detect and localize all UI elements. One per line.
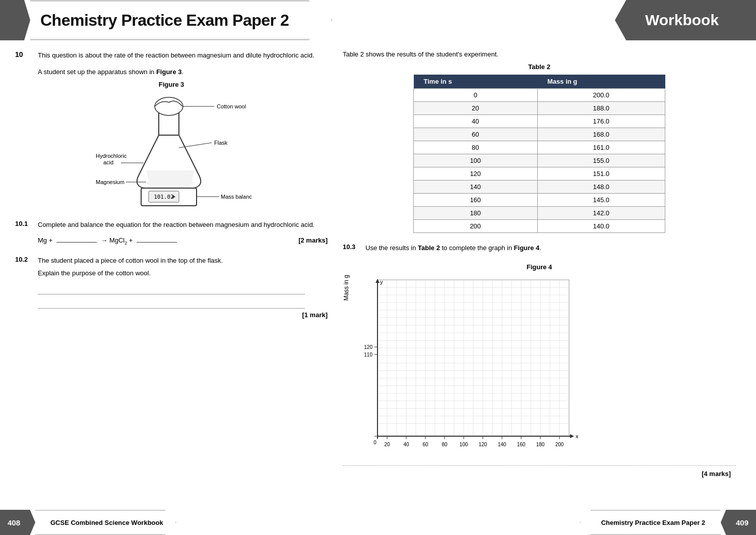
right-column: Table 2 shows the results of the student… — [343, 50, 736, 485]
sub-q-10-1-number: 10.1 — [15, 220, 33, 230]
sub-q-10-2-number: 10.2 — [15, 256, 33, 266]
sub-q-10-1-header: 10.1 Complete and balance the equation f… — [15, 220, 328, 230]
dotted-separator — [343, 465, 736, 466]
col-mass: Mass in g — [537, 75, 665, 89]
sub-question-10-3: 10.3 Use the results in Table 2 to compl… — [343, 243, 736, 253]
table-row: 80161.0 — [414, 141, 665, 154]
table-row: 180142.0 — [414, 207, 665, 220]
sub-q-10-1-text: Complete and balance the equation for th… — [38, 220, 314, 230]
table2-title: Table 2 — [343, 63, 736, 71]
table2: Time in s Mass in g 0200.020188.040176.0… — [413, 75, 665, 233]
table-row: 160145.0 — [414, 194, 665, 207]
table2-section: Table 2 Time in s Mass in g 0200.020188.… — [343, 63, 736, 233]
y-axis-label: Mass in g — [343, 275, 350, 331]
equation-area: Mg + → MgCl2 + [2 marks] — [38, 234, 328, 246]
eq-blank-1[interactable] — [56, 234, 97, 243]
svg-text:200: 200 — [555, 442, 564, 447]
table-cell-time: 80 — [414, 141, 538, 154]
svg-text:60: 60 — [422, 442, 428, 447]
table-row: 140148.0 — [414, 181, 665, 194]
svg-text:140: 140 — [498, 442, 507, 447]
hcl-label-2: acid — [103, 159, 113, 165]
table-cell-time: 60 — [414, 128, 538, 141]
flask-diagram: 101.02 Cotton wool Flask Hydrochloric ac… — [91, 92, 252, 208]
table-cell-mass: 145.0 — [537, 194, 665, 207]
flask-label: Flask — [214, 140, 228, 146]
marks-10-1: [2 marks] — [298, 236, 328, 244]
svg-text:80: 80 — [442, 442, 448, 447]
apparatus-text: A student set up the apparatus shown in … — [38, 68, 328, 76]
figure3-section: Figure 3 101.02 — [15, 81, 328, 210]
table-row: 100155.0 — [414, 154, 665, 167]
svg-text:100: 100 — [460, 442, 468, 447]
main-content: 10 This question is about the rate of th… — [0, 40, 756, 495]
svg-text:120: 120 — [479, 442, 487, 447]
svg-text:0: 0 — [373, 440, 376, 445]
table-cell-mass: 140.0 — [537, 220, 665, 233]
figure3-label: Figure 3 — [15, 81, 328, 88]
table-cell-mass: 151.0 — [537, 167, 665, 181]
sub-q-10-3-header: 10.3 Use the results in Table 2 to compl… — [343, 243, 736, 253]
table-cell-time: 180 — [414, 207, 538, 220]
table-cell-mass: 155.0 — [537, 154, 665, 167]
marks-10-2: [1 mark] — [15, 311, 328, 319]
mass-balance-label: Mass balance — [221, 194, 252, 200]
table-row: 0200.0 — [414, 89, 665, 102]
table-cell-mass: 188.0 — [537, 102, 665, 115]
figure4-label: Figure 4 — [343, 263, 736, 271]
svg-text:160: 160 — [517, 442, 526, 447]
footer-left: 408 GCSE Combined Science Workbook — [0, 510, 176, 535]
balance-display: 101.02 — [154, 194, 174, 200]
svg-text:40: 40 — [403, 442, 409, 447]
svg-text:20: 20 — [384, 442, 390, 447]
table-intro: Table 2 shows the results of the student… — [343, 50, 736, 58]
sub-question-10-2: 10.2 The student placed a piece of cotto… — [15, 256, 328, 319]
eq-mg: Mg + — [38, 236, 52, 244]
table-row: 20188.0 — [414, 102, 665, 115]
explain-text: Explain the purpose of the cotton wool. — [38, 269, 328, 277]
sub-q-10-3-number: 10.3 — [343, 243, 360, 253]
table-cell-time: 140 — [414, 181, 538, 194]
sub-q-10-2-text: The student placed a piece of cotton woo… — [38, 256, 223, 266]
marks-10-3: [4 marks] — [343, 470, 731, 478]
table-cell-time: 160 — [414, 194, 538, 207]
figure4-graph: y x 20 40 60 80 100 120 140 160 180 200 — [352, 275, 584, 461]
hcl-label: Hydrochloric — [96, 153, 127, 159]
eq-arrow: → MgCl2 + — [101, 236, 133, 246]
svg-marker-53 — [570, 434, 574, 438]
page-footer: 408 GCSE Combined Science Workbook Chemi… — [0, 510, 756, 535]
svg-text:180: 180 — [536, 442, 545, 447]
table-cell-time: 200 — [414, 220, 538, 233]
cotton-wool-label: Cotton wool — [217, 103, 246, 109]
answer-line-2[interactable] — [38, 299, 305, 309]
header-arrow-decoration — [0, 0, 30, 40]
left-column: 10 This question is about the rate of th… — [15, 50, 328, 485]
col-time: Time in s — [414, 75, 538, 89]
table-cell-mass: 148.0 — [537, 181, 665, 194]
answer-line-1[interactable] — [38, 284, 305, 294]
page-title: Chemistry Practice Exam Paper 2 — [40, 11, 289, 30]
x-axis-label: x — [576, 433, 579, 439]
table-cell-time: 20 — [414, 102, 538, 115]
question-10-intro: 10 This question is about the rate of th… — [15, 50, 328, 61]
header-title-box: Chemistry Practice Exam Paper 2 — [30, 0, 333, 40]
footer-label-right: Chemistry Practice Exam Paper 2 — [580, 510, 721, 535]
table-row: 120151.0 — [414, 167, 665, 181]
workbook-label: Workbook — [645, 12, 719, 29]
eq-blank-2[interactable] — [137, 234, 177, 243]
table-row: 40176.0 — [414, 115, 665, 128]
footer-page-right: 409 — [721, 510, 756, 535]
footer-right: Chemistry Practice Exam Paper 2 409 — [580, 510, 756, 535]
footer-label-left: GCSE Combined Science Workbook — [35, 510, 176, 535]
table-cell-time: 100 — [414, 154, 538, 167]
y-axis-top: y — [380, 279, 383, 285]
svg-text:120: 120 — [364, 344, 372, 350]
header-left: Chemistry Practice Exam Paper 2 — [0, 0, 333, 40]
table-cell-mass: 142.0 — [537, 207, 665, 220]
table-cell-time: 0 — [414, 89, 538, 102]
sub-question-10-1: 10.1 Complete and balance the equation f… — [15, 220, 328, 246]
question-number: 10 — [15, 50, 28, 61]
table-cell-mass: 200.0 — [537, 89, 665, 102]
footer-page-left: 408 — [0, 510, 35, 535]
question-intro-text: This question is about the rate of the r… — [38, 50, 314, 61]
